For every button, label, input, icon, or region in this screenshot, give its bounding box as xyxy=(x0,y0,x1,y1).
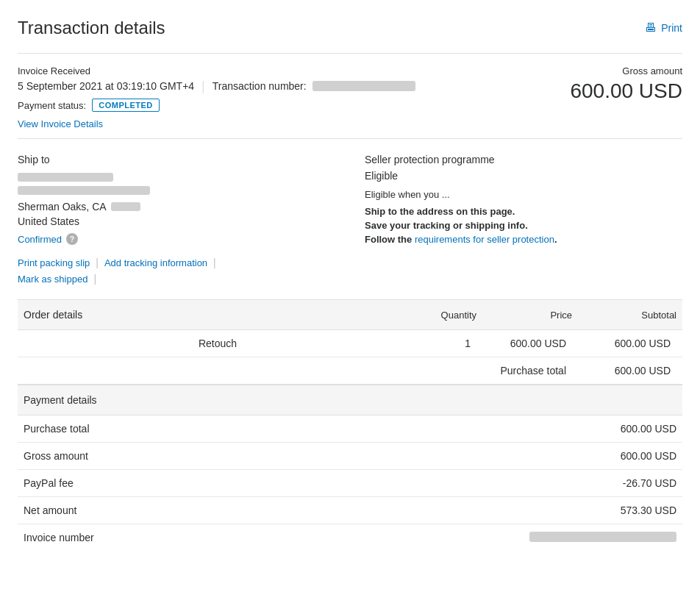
transaction-number-value xyxy=(312,81,415,91)
address-zip xyxy=(111,202,140,211)
payment-rows-container: Purchase total 600.00 USD Gross amount 6… xyxy=(18,415,682,524)
payment-row-value-2: -26.70 USD xyxy=(623,477,676,489)
payment-row-value-3: 573.30 USD xyxy=(621,504,676,516)
address-line-2 xyxy=(18,186,150,195)
protection-item-3: Follow the requirements for seller prote… xyxy=(365,234,682,245)
confirmed-text: Confirmed xyxy=(18,234,62,245)
invoice-right: Gross amount 600.00 USD xyxy=(570,65,682,103)
order-details-title: Order details xyxy=(24,309,418,321)
order-details-header: Order details Quantity Price Subtotal xyxy=(18,300,682,330)
print-button[interactable]: 🖶 Print xyxy=(645,21,682,35)
col-header-subtotal: Subtotal xyxy=(587,310,682,321)
seller-protection-title: Seller protection programme xyxy=(365,154,682,165)
transaction-number-label: Transaction number: xyxy=(213,80,307,92)
order-item-price: 600.00 USD xyxy=(485,338,581,349)
two-col-section: Ship to Sherman Oaks, CA United States C… xyxy=(18,138,682,299)
payment-row-2: PayPal fee -26.70 USD xyxy=(18,470,682,497)
protection-item-2: Save your tracking or shipping info. xyxy=(365,220,682,231)
col-header-price: Price xyxy=(491,310,587,321)
purchase-total-label: Purchase total xyxy=(485,365,581,377)
transaction-number-row: Transaction number: xyxy=(213,80,415,92)
print-button-label: Print xyxy=(661,22,682,34)
payment-row-label-3: Net amount xyxy=(24,504,76,516)
pipe-2: | xyxy=(213,257,216,268)
pipe-1: | xyxy=(96,257,99,268)
invoice-number-value xyxy=(529,532,676,542)
invoice-date-row: 5 September 2021 at 03:19:10 GMT+4 | Tra… xyxy=(18,79,570,93)
payment-row-value-1: 600.00 USD xyxy=(621,450,676,462)
view-invoice-link[interactable]: View Invoice Details xyxy=(18,118,103,129)
invoice-number-label: Invoice number xyxy=(24,532,94,543)
payment-details-header: Payment details xyxy=(18,385,682,415)
protection-item-1-text: Ship to the address on this page. xyxy=(365,206,515,217)
invoice-section: Invoice Received 5 September 2021 at 03:… xyxy=(18,53,682,138)
vertical-divider: | xyxy=(201,79,205,93)
address-city-row: Sherman Oaks, CA xyxy=(18,201,335,213)
protection-list: Ship to the address on this page. Save y… xyxy=(365,206,682,245)
address-block xyxy=(18,173,335,195)
purchase-total-value: 600.00 USD xyxy=(581,365,676,377)
ship-actions: Print packing slip | Add tracking inform… xyxy=(18,257,335,285)
pipe-3: | xyxy=(93,273,96,285)
invoice-received-label: Invoice Received xyxy=(18,65,570,76)
payment-details-section: Payment details Purchase total 600.00 US… xyxy=(18,385,682,551)
payment-row-1: Gross amount 600.00 USD xyxy=(18,443,682,470)
ship-to-col: Ship to Sherman Oaks, CA United States C… xyxy=(18,154,335,285)
status-badge: COMPLETED xyxy=(92,99,160,112)
address-line-1 xyxy=(18,173,113,182)
city-state: Sherman Oaks, CA xyxy=(18,201,107,213)
order-details-section: Order details Quantity Price Subtotal Re… xyxy=(18,299,682,385)
payment-status-row: Payment status: COMPLETED xyxy=(18,99,570,112)
payment-row-value-0: 600.00 USD xyxy=(621,423,676,435)
gross-amount-label: Gross amount xyxy=(570,65,682,76)
page-header: Transaction details 🖶 Print xyxy=(18,18,682,38)
payment-row-label-1: Gross amount xyxy=(24,450,88,462)
order-item-subtotal: 600.00 USD xyxy=(581,338,676,349)
protection-item-3-suffix: . xyxy=(554,234,557,245)
help-icon[interactable]: ? xyxy=(66,233,78,245)
order-item-name: Retouch xyxy=(24,338,412,349)
print-icon: 🖶 xyxy=(645,21,657,35)
payment-status-label: Payment status: xyxy=(18,100,86,111)
mark-as-shipped-link[interactable]: Mark as shipped xyxy=(18,274,88,285)
requirements-link[interactable]: requirements for seller protection xyxy=(415,234,554,245)
add-tracking-link[interactable]: Add tracking information xyxy=(104,257,207,268)
purchase-total-row: Purchase total 600.00 USD xyxy=(18,357,682,385)
invoice-left: Invoice Received 5 September 2021 at 03:… xyxy=(18,65,570,129)
gross-amount-value: 600.00 USD xyxy=(570,79,682,103)
invoice-number-row: Invoice number xyxy=(18,524,682,551)
seller-protection-col: Seller protection programme Eligible Eli… xyxy=(365,154,682,285)
eligible-when: Eligible when you ... xyxy=(365,189,682,200)
invoice-date: 5 September 2021 at 03:19:10 GMT+4 xyxy=(18,80,194,92)
eligible-text: Eligible xyxy=(365,170,682,182)
protection-item-1: Ship to the address on this page. xyxy=(365,206,682,217)
protection-item-3-prefix: Follow the xyxy=(365,234,415,245)
page-title: Transaction details xyxy=(18,18,165,38)
print-packing-slip-link[interactable]: Print packing slip xyxy=(18,257,90,268)
confirmed-row: Confirmed ? xyxy=(18,233,335,245)
action-row-2: Mark as shipped | xyxy=(18,273,335,285)
ship-to-label: Ship to xyxy=(18,154,335,165)
col-header-quantity: Quantity xyxy=(418,310,491,321)
order-item-quantity: 1 xyxy=(412,338,485,349)
order-row: Retouch 1 600.00 USD 600.00 USD xyxy=(18,330,682,357)
payment-row-0: Purchase total 600.00 USD xyxy=(18,415,682,443)
protection-item-2-text: Save your tracking or shipping info. xyxy=(365,220,528,231)
address-country: United States xyxy=(18,215,335,227)
payment-row-label-0: Purchase total xyxy=(24,423,90,435)
payment-row-3: Net amount 573.30 USD xyxy=(18,497,682,524)
payment-row-label-2: PayPal fee xyxy=(24,477,74,489)
action-row-1: Print packing slip | Add tracking inform… xyxy=(18,257,335,268)
